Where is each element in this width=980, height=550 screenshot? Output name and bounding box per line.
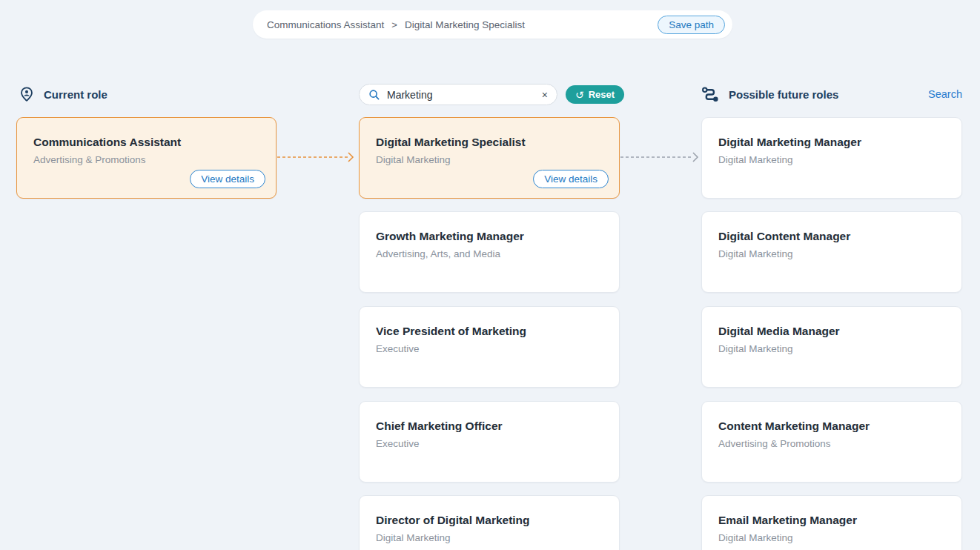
future-role-card[interactable]: Content Marketing Manager Advertising & …: [701, 401, 962, 483]
card-subtitle: Executive: [376, 438, 603, 449]
card-subtitle: Digital Marketing: [718, 248, 945, 259]
card-title: Growth Marketing Manager: [376, 230, 603, 243]
card-subtitle: Digital Marketing: [376, 532, 603, 543]
card-title: Digital Marketing Specialist: [376, 136, 603, 149]
card-subtitle: Digital Marketing: [718, 154, 945, 165]
future-roles-header: Possible future roles Search: [701, 84, 962, 105]
route-icon: [701, 86, 720, 103]
card-subtitle: Digital Marketing: [376, 154, 603, 165]
current-role-header-label: Current role: [44, 88, 107, 101]
reset-icon: ↺: [575, 90, 584, 100]
selected-to-future-arrow: [620, 150, 700, 164]
current-role-card[interactable]: Communications Assistant Advertising & P…: [16, 117, 277, 199]
card-title: Digital Content Manager: [718, 230, 945, 243]
breadcrumb-item-current-role[interactable]: Communications Assistant: [267, 19, 384, 30]
career-path-page: { "topbar": { "breadcrumb": ["Communicat…: [0, 0, 980, 550]
role-search-box[interactable]: ×: [359, 84, 557, 105]
card-subtitle: Advertising, Arts, and Media: [376, 248, 603, 259]
card-subtitle: Digital Marketing: [718, 343, 945, 354]
role-card[interactable]: Chief Marketing Officer Executive: [359, 401, 620, 483]
clear-search-icon[interactable]: ×: [542, 90, 548, 100]
person-pin-icon: [19, 86, 35, 102]
future-role-card[interactable]: Digital Media Manager Digital Marketing: [701, 306, 962, 388]
card-subtitle: Advertising & Promotions: [718, 438, 945, 449]
card-subtitle: Advertising & Promotions: [33, 154, 259, 165]
card-title: Digital Media Manager: [718, 325, 945, 338]
card-title: Chief Marketing Officer: [376, 420, 603, 433]
future-roles-header-label: Possible future roles: [729, 88, 838, 101]
card-title: Digital Marketing Manager: [718, 136, 945, 149]
card-title: Email Marketing Manager: [718, 514, 945, 527]
breadcrumb-item-selected-role[interactable]: Digital Marketing Specialist: [405, 19, 525, 30]
future-role-card[interactable]: Digital Marketing Manager Digital Market…: [701, 117, 962, 199]
reset-label: Reset: [589, 89, 615, 100]
save-path-button[interactable]: Save path: [658, 16, 725, 34]
role-card[interactable]: Vice President of Marketing Executive: [359, 306, 620, 388]
role-card[interactable]: Growth Marketing Manager Advertising, Ar…: [359, 211, 620, 293]
card-subtitle: Digital Marketing: [718, 532, 945, 543]
card-title: Vice President of Marketing: [376, 325, 603, 338]
card-title: Communications Assistant: [33, 136, 259, 149]
card-subtitle: Executive: [376, 343, 603, 354]
view-details-button[interactable]: View details: [533, 170, 609, 188]
search-input[interactable]: [387, 89, 535, 101]
future-role-card[interactable]: Digital Content Manager Digital Marketin…: [701, 211, 962, 293]
reset-button[interactable]: ↺ Reset: [566, 85, 624, 104]
future-roles-search-link[interactable]: Search: [928, 88, 962, 100]
current-role-header: Current role: [19, 84, 107, 105]
card-title: Content Marketing Manager: [718, 420, 945, 433]
breadcrumb-separator: >: [391, 19, 397, 30]
current-to-selected-arrow: [277, 150, 355, 164]
search-icon: [368, 89, 380, 101]
selected-role-card[interactable]: Digital Marketing Specialist Digital Mar…: [359, 117, 620, 199]
card-title: Director of Digital Marketing: [376, 514, 603, 527]
role-card[interactable]: Director of Digital Marketing Digital Ma…: [359, 495, 620, 550]
future-role-card[interactable]: Email Marketing Manager Digital Marketin…: [701, 495, 962, 550]
view-details-button[interactable]: View details: [190, 170, 265, 188]
breadcrumb-bar: Communications Assistant > Digital Marke…: [253, 10, 732, 39]
